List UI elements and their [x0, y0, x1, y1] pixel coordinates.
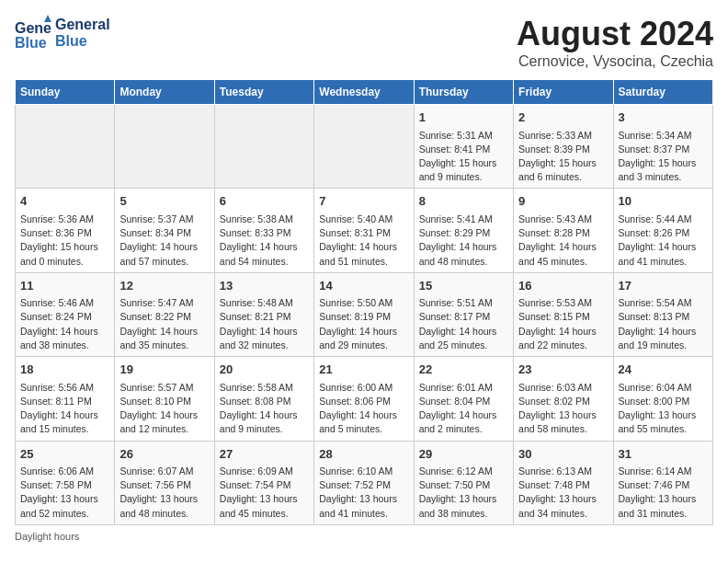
day-info: Sunrise: 6:14 AMSunset: 7:46 PMDaylight:…: [619, 465, 708, 521]
day-number: 4: [20, 192, 109, 211]
day-info: Sunrise: 6:04 AMSunset: 8:00 PMDaylight:…: [619, 381, 708, 437]
day-number: 16: [518, 277, 608, 295]
day-header-tuesday: Tuesday: [214, 80, 313, 105]
calendar-cell: 2Sunrise: 5:33 AMSunset: 8:39 PMDaylight…: [514, 105, 613, 189]
calendar-cell: 24Sunrise: 6:04 AMSunset: 8:00 PMDayligh…: [613, 357, 712, 441]
day-info: Sunrise: 5:56 AMSunset: 8:11 PMDaylight:…: [20, 381, 109, 437]
calendar-cell: 31Sunrise: 6:14 AMSunset: 7:46 PMDayligh…: [613, 441, 712, 524]
day-number: 17: [619, 277, 708, 295]
day-info: Sunrise: 5:34 AMSunset: 8:37 PMDaylight:…: [619, 129, 708, 185]
day-number: 1: [419, 109, 508, 127]
calendar-cell: 27Sunrise: 6:09 AMSunset: 7:54 PMDayligh…: [214, 441, 313, 524]
calendar-cell: 5Sunrise: 5:37 AMSunset: 8:34 PMDaylight…: [115, 189, 214, 272]
calendar-cell: 15Sunrise: 5:51 AMSunset: 8:17 PMDayligh…: [414, 272, 513, 356]
day-number: 31: [619, 445, 708, 464]
day-number: 15: [419, 277, 508, 295]
day-header-monday: Monday: [115, 80, 214, 105]
day-info: Sunrise: 6:07 AMSunset: 7:56 PMDaylight:…: [119, 465, 209, 521]
day-info: Sunrise: 6:10 AMSunset: 7:52 PMDaylight:…: [319, 465, 408, 521]
day-number: 8: [419, 192, 508, 211]
calendar-cell: 20Sunrise: 5:58 AMSunset: 8:08 PMDayligh…: [214, 357, 313, 441]
day-number: 7: [319, 192, 408, 211]
day-info: Sunrise: 6:09 AMSunset: 7:54 PMDaylight:…: [220, 465, 309, 521]
calendar-cell: 28Sunrise: 6:10 AMSunset: 7:52 PMDayligh…: [314, 441, 414, 524]
day-number: 6: [220, 192, 309, 211]
day-info: Sunrise: 5:37 AMSunset: 8:34 PMDaylight:…: [119, 213, 209, 269]
day-header-thursday: Thursday: [414, 80, 513, 105]
day-info: Sunrise: 6:03 AMSunset: 8:02 PMDaylight:…: [518, 381, 608, 437]
day-number: 10: [619, 192, 708, 211]
day-info: Sunrise: 5:36 AMSunset: 8:36 PMDaylight:…: [20, 213, 109, 269]
day-info: Sunrise: 5:48 AMSunset: 8:21 PMDaylight:…: [220, 296, 309, 352]
logo-icon: General Blue: [15, 15, 51, 52]
calendar-cell: [314, 105, 414, 189]
day-info: Sunrise: 6:00 AMSunset: 8:06 PMDaylight:…: [319, 381, 408, 437]
day-info: Sunrise: 6:06 AMSunset: 7:58 PMDaylight:…: [20, 465, 109, 521]
day-info: Sunrise: 5:50 AMSunset: 8:19 PMDaylight:…: [319, 296, 408, 352]
day-number: 23: [518, 361, 608, 379]
day-info: Sunrise: 5:58 AMSunset: 8:08 PMDaylight:…: [220, 381, 309, 437]
calendar-cell: 6Sunrise: 5:38 AMSunset: 8:33 PMDaylight…: [214, 189, 313, 272]
day-number: 24: [619, 361, 708, 379]
calendar-cell: 4Sunrise: 5:36 AMSunset: 8:36 PMDaylight…: [16, 189, 115, 272]
svg-text:Blue: Blue: [15, 35, 47, 51]
title-area: August 2024 Cernovice, Vysocina, Czechia: [517, 15, 713, 70]
calendar-cell: 29Sunrise: 6:12 AMSunset: 7:50 PMDayligh…: [414, 441, 513, 524]
calendar-cell: 21Sunrise: 6:00 AMSunset: 8:06 PMDayligh…: [314, 357, 414, 441]
calendar-cell: 8Sunrise: 5:41 AMSunset: 8:29 PMDaylight…: [414, 189, 513, 272]
calendar-cell: [214, 105, 313, 189]
day-number: 20: [220, 361, 309, 379]
calendar-cell: 26Sunrise: 6:07 AMSunset: 7:56 PMDayligh…: [115, 441, 214, 524]
calendar-cell: 30Sunrise: 6:13 AMSunset: 7:48 PMDayligh…: [514, 441, 613, 524]
day-number: 19: [119, 361, 209, 379]
location-subtitle: Cernovice, Vysocina, Czechia: [517, 53, 713, 70]
day-number: 27: [220, 445, 309, 464]
day-info: Sunrise: 5:54 AMSunset: 8:13 PMDaylight:…: [619, 296, 708, 352]
calendar-cell: [115, 105, 214, 189]
day-info: Sunrise: 5:40 AMSunset: 8:31 PMDaylight:…: [319, 213, 408, 269]
day-info: Sunrise: 5:47 AMSunset: 8:22 PMDaylight:…: [119, 296, 209, 352]
month-title: August 2024: [517, 15, 713, 53]
svg-marker-2: [44, 15, 51, 22]
calendar-cell: 16Sunrise: 5:53 AMSunset: 8:15 PMDayligh…: [514, 272, 613, 356]
day-header-sunday: Sunday: [16, 80, 115, 105]
svg-text:General: General: [15, 20, 51, 36]
day-info: Sunrise: 5:33 AMSunset: 8:39 PMDaylight:…: [518, 129, 608, 185]
day-info: Sunrise: 5:31 AMSunset: 8:41 PMDaylight:…: [419, 129, 508, 185]
day-number: 11: [20, 277, 109, 295]
day-header-wednesday: Wednesday: [314, 80, 414, 105]
calendar-cell: 25Sunrise: 6:06 AMSunset: 7:58 PMDayligh…: [16, 441, 115, 524]
day-number: 14: [319, 277, 408, 295]
day-number: 30: [518, 445, 608, 464]
calendar-cell: 13Sunrise: 5:48 AMSunset: 8:21 PMDayligh…: [214, 272, 313, 356]
day-header-saturday: Saturday: [613, 80, 712, 105]
day-info: Sunrise: 5:51 AMSunset: 8:17 PMDaylight:…: [419, 296, 508, 352]
day-info: Sunrise: 5:57 AMSunset: 8:10 PMDaylight:…: [119, 381, 209, 437]
day-info: Sunrise: 5:43 AMSunset: 8:28 PMDaylight:…: [518, 213, 608, 269]
day-info: Sunrise: 5:38 AMSunset: 8:33 PMDaylight:…: [220, 213, 309, 269]
day-info: Sunrise: 5:53 AMSunset: 8:15 PMDaylight:…: [518, 296, 608, 352]
logo: General Blue General Blue: [15, 15, 110, 52]
calendar-cell: 11Sunrise: 5:46 AMSunset: 8:24 PMDayligh…: [16, 272, 115, 356]
calendar-cell: 9Sunrise: 5:43 AMSunset: 8:28 PMDaylight…: [514, 189, 613, 272]
day-number: 21: [319, 361, 408, 379]
day-number: 29: [419, 445, 508, 464]
calendar-cell: 22Sunrise: 6:01 AMSunset: 8:04 PMDayligh…: [414, 357, 513, 441]
day-info: Sunrise: 5:44 AMSunset: 8:26 PMDaylight:…: [619, 213, 708, 269]
day-number: 28: [319, 445, 408, 464]
day-header-friday: Friday: [514, 80, 613, 105]
calendar-cell: 19Sunrise: 5:57 AMSunset: 8:10 PMDayligh…: [115, 357, 214, 441]
day-info: Sunrise: 6:13 AMSunset: 7:48 PMDaylight:…: [518, 465, 608, 521]
day-info: Sunrise: 6:01 AMSunset: 8:04 PMDaylight:…: [419, 381, 508, 437]
calendar-cell: 10Sunrise: 5:44 AMSunset: 8:26 PMDayligh…: [613, 189, 712, 272]
day-number: 9: [518, 192, 608, 211]
day-number: 13: [220, 277, 309, 295]
calendar-cell: 17Sunrise: 5:54 AMSunset: 8:13 PMDayligh…: [613, 272, 712, 356]
calendar-cell: 12Sunrise: 5:47 AMSunset: 8:22 PMDayligh…: [115, 272, 214, 356]
header: General Blue General Blue August 2024 Ce…: [15, 15, 713, 70]
logo-line1: General: [55, 17, 110, 33]
calendar-cell: [16, 105, 115, 189]
calendar-table: SundayMondayTuesdayWednesdayThursdayFrid…: [15, 79, 713, 525]
calendar-cell: 7Sunrise: 5:40 AMSunset: 8:31 PMDaylight…: [314, 189, 414, 272]
calendar-cell: 18Sunrise: 5:56 AMSunset: 8:11 PMDayligh…: [16, 357, 115, 441]
